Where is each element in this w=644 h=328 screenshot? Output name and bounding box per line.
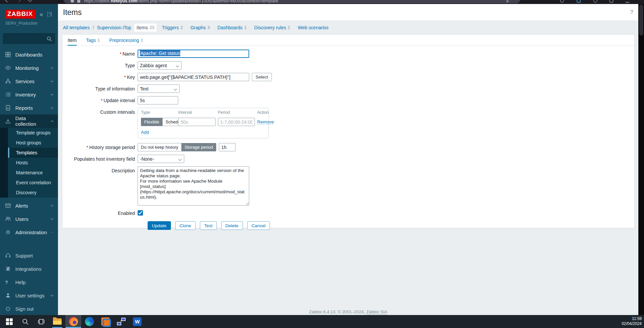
breadcrumb-tab-discovery-rules[interactable]: Discovery rules 2 bbox=[252, 24, 293, 32]
edge-icon bbox=[85, 317, 94, 326]
reload-icon[interactable] bbox=[28, 0, 32, 2]
period-input[interactable] bbox=[218, 118, 255, 126]
type-of-information-select[interactable]: Text bbox=[138, 84, 180, 93]
sidebar-item-administration[interactable]: Administration bbox=[0, 226, 58, 239]
sidebar-item-hosts[interactable]: Hosts bbox=[8, 158, 58, 168]
chevron-down-icon bbox=[50, 294, 54, 297]
sidebar-item-monitoring[interactable]: Monitoring bbox=[0, 61, 58, 75]
update-interval-input[interactable] bbox=[138, 96, 178, 104]
help-icon[interactable]: ? bbox=[630, 9, 633, 15]
sidebar-item-data-collection[interactable]: Data collection bbox=[0, 114, 58, 128]
update-button[interactable]: Update bbox=[148, 221, 171, 230]
minimize-icon[interactable] bbox=[625, 0, 629, 3]
tab-preprocessing[interactable]: Preprocessing 1 bbox=[109, 35, 143, 46]
inventory-field-select[interactable]: -None- bbox=[138, 155, 184, 163]
breadcrumb-tab-triggers[interactable]: Triggers 2 bbox=[160, 24, 185, 32]
do-not-keep-history-option[interactable]: Do not keep history bbox=[138, 143, 182, 151]
sidebar-item-host-groups[interactable]: Host groups bbox=[8, 138, 58, 148]
sidebar-item-inventory[interactable]: Inventory bbox=[0, 88, 58, 101]
taskbar-remote-desktop[interactable] bbox=[113, 315, 129, 328]
taskbar-firefox[interactable] bbox=[65, 315, 81, 328]
browser-scrollbar[interactable] bbox=[638, 0, 644, 315]
zabbix-logo[interactable]: ZABBIX bbox=[5, 10, 35, 19]
sidebar-item-support[interactable]: Support bbox=[0, 249, 58, 262]
remove-link[interactable]: Remove bbox=[257, 119, 274, 125]
history-value-input[interactable] bbox=[219, 143, 236, 151]
enabled-checkbox[interactable] bbox=[138, 210, 143, 216]
users-icon bbox=[5, 216, 11, 222]
taskbar-vmware[interactable] bbox=[97, 315, 113, 328]
sidebar-item-integrations[interactable]: Z Integrations bbox=[0, 262, 58, 275]
sidebar-item-maintenance[interactable]: Maintenance bbox=[8, 168, 58, 178]
shield-icon[interactable] bbox=[71, 0, 74, 3]
sidebar-item-event-correlation[interactable]: Event correlation bbox=[8, 178, 58, 188]
forward-icon[interactable] bbox=[16, 0, 22, 2]
sidebar-item-discovery[interactable]: Discovery bbox=[8, 188, 58, 198]
history-toggle: Do not keep history Storage period bbox=[138, 143, 216, 151]
extension-icon[interactable] bbox=[560, 0, 564, 3]
sidebar-item-users[interactable]: Users bbox=[0, 212, 58, 226]
sidebar-item-user-settings[interactable]: User settings bbox=[0, 289, 58, 302]
key-select-button[interactable]: Select bbox=[252, 73, 272, 81]
zabbix-z-icon: Z bbox=[5, 266, 11, 272]
sidebar-item-templates[interactable]: Templates bbox=[8, 148, 58, 158]
chevron-down-icon bbox=[50, 218, 54, 220]
sidebar-toggle-icon[interactable] bbox=[609, 0, 613, 3]
bookmark-star-icon[interactable] bbox=[506, 0, 509, 3]
sidebar-item-reports[interactable]: Reports bbox=[0, 101, 58, 114]
populates-host-inventory-label: Populates host inventory field bbox=[62, 155, 138, 162]
sidebar-item-help[interactable]: ? Help bbox=[0, 275, 58, 289]
breadcrumb-tab-web-scenarios[interactable]: Web scenarios bbox=[296, 24, 331, 32]
scrollbar-thumb[interactable] bbox=[639, 5, 643, 35]
add-link[interactable]: Add bbox=[141, 130, 149, 135]
item-form-card: Item Tags 1 Preprocessing 1 *Name Apache… bbox=[62, 34, 635, 228]
interval-input[interactable] bbox=[178, 118, 216, 126]
description-label: Description bbox=[62, 166, 138, 173]
tab-tags[interactable]: Tags 1 bbox=[86, 35, 100, 46]
dashboards-icon bbox=[5, 52, 11, 58]
breadcrumb-template-name[interactable]: Supervision iTop bbox=[97, 25, 131, 30]
task-view-button[interactable] bbox=[33, 315, 49, 328]
downloads-icon[interactable] bbox=[577, 0, 581, 3]
start-button[interactable] bbox=[1, 315, 17, 328]
flexible-option[interactable]: Flexible bbox=[141, 118, 163, 126]
reports-icon bbox=[5, 105, 11, 111]
taskbar-file-explorer[interactable] bbox=[49, 315, 65, 328]
tab-item[interactable]: Item bbox=[68, 35, 77, 46]
history-storage-period-label: *History storage period bbox=[62, 143, 138, 150]
name-input[interactable]: Apache: Get status bbox=[138, 50, 249, 58]
headset-icon bbox=[5, 252, 11, 258]
pin-sidebar-icon[interactable] bbox=[47, 12, 52, 16]
taskbar-search-button[interactable] bbox=[17, 315, 33, 328]
delete-button[interactable]: Delete bbox=[221, 221, 243, 230]
services-icon bbox=[5, 78, 11, 84]
storage-period-option[interactable]: Storage period bbox=[182, 143, 216, 151]
clone-button[interactable]: Clone bbox=[175, 221, 196, 230]
taskbar-clock[interactable]: 11:59 02/04/2024 bbox=[622, 316, 642, 326]
description-textarea[interactable]: Getting data from a machine-readable ver… bbox=[138, 166, 249, 206]
sidebar-search-input[interactable] bbox=[3, 33, 55, 44]
account-icon[interactable] bbox=[593, 0, 597, 3]
taskbar-edge[interactable] bbox=[81, 315, 97, 328]
type-select[interactable]: Zabbix agent bbox=[138, 61, 182, 70]
collapse-sidebar-icon[interactable]: « bbox=[40, 12, 43, 17]
zabbix-sia-link[interactable]: Zabbix SIA bbox=[366, 309, 387, 315]
sidebar-item-alerts[interactable]: Alerts bbox=[0, 199, 58, 212]
sidebar-item-sign-out[interactable]: Sign out bbox=[0, 302, 58, 315]
sidebar-item-template-groups[interactable]: Template groups bbox=[8, 128, 58, 138]
breadcrumb-all-templates[interactable]: All templates bbox=[63, 25, 90, 30]
sidebar: ZABBIX « SERV_Production Dashboards Moni… bbox=[0, 4, 58, 315]
taskbar-word[interactable]: W bbox=[129, 315, 145, 328]
cancel-button[interactable]: Cancel bbox=[247, 221, 270, 230]
sidebar-item-services[interactable]: Services bbox=[0, 75, 58, 88]
server-name: SERV_Production bbox=[5, 21, 58, 26]
breadcrumb-tab-dashboards[interactable]: Dashboards 1 bbox=[215, 24, 249, 32]
test-button[interactable]: Test bbox=[200, 221, 217, 230]
breadcrumb-tab-items[interactable]: Items 23 bbox=[134, 24, 157, 32]
back-icon[interactable] bbox=[5, 0, 10, 2]
breadcrumb-tab-graphs[interactable]: Graphs 3 bbox=[188, 24, 212, 32]
key-input[interactable] bbox=[138, 73, 249, 81]
sidebar-item-dashboards[interactable]: Dashboards bbox=[0, 48, 58, 61]
padlock-icon[interactable] bbox=[77, 0, 80, 3]
url-bar[interactable]: https://zabbix.netbyus.com/items.php?for… bbox=[63, 0, 520, 3]
